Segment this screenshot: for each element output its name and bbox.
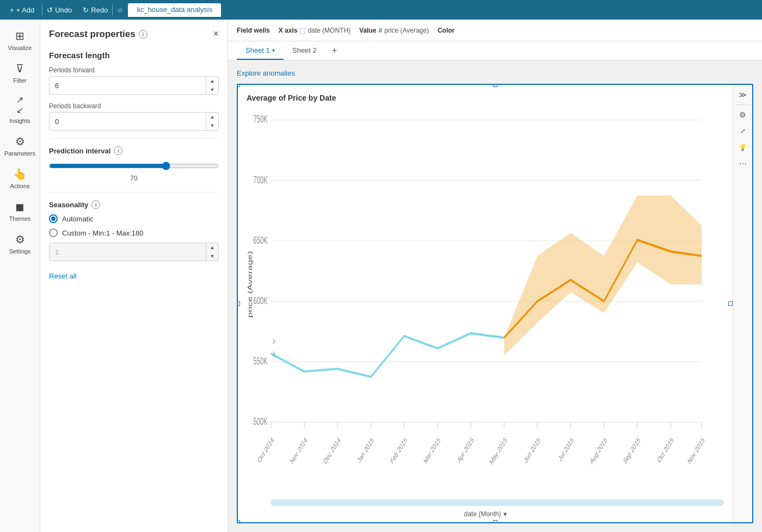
undo-label: Undo xyxy=(55,6,72,14)
x-tick-oct14: Oct 2014 xyxy=(256,435,275,465)
custom-value-wrapper: ▲ ▼ xyxy=(49,243,219,261)
x-axis-field[interactable]: date (MONTH) xyxy=(308,27,351,34)
prediction-interval-slider[interactable] xyxy=(49,162,219,170)
chart-collapse-button[interactable]: ≫ xyxy=(735,87,751,102)
periods-forward-up[interactable]: ▲ xyxy=(206,77,218,85)
y-tick-700k: 700K xyxy=(254,174,268,185)
undo-redo-group: ↺ Undo ↻ Redo xyxy=(47,6,108,14)
chart-more-button[interactable]: ⋯ xyxy=(735,156,751,171)
nav-item-settings[interactable]: ⚙ Settings xyxy=(0,227,40,260)
periods-backward-up[interactable]: ▲ xyxy=(206,113,218,121)
y-tick-600k: 600K xyxy=(254,295,268,306)
tab-title-text: kc_house_data analysis xyxy=(137,5,212,14)
y-tick-550k: 550K xyxy=(254,355,268,366)
insights-icon: ↗↙ xyxy=(16,95,23,115)
custom-radio-option[interactable]: Custom - Min:1 - Max:180 xyxy=(49,228,219,237)
periods-backward-label: Periods backward xyxy=(49,102,219,110)
custom-radio-button[interactable] xyxy=(49,228,58,237)
prediction-info-icon[interactable]: i xyxy=(114,146,122,155)
chart-title: Average of Price by Date xyxy=(247,94,724,102)
plus-icon: + xyxy=(10,6,14,14)
y-tick-750k: 750K xyxy=(254,114,268,125)
x-tick-nov14: Nov 2014 xyxy=(289,435,308,466)
periods-backward-input-wrapper: ▲ ▼ xyxy=(49,112,219,131)
y-tick-650k: 650K xyxy=(254,234,268,245)
seasonality-info-icon[interactable]: i xyxy=(91,200,100,209)
panel-info-icon[interactable]: i xyxy=(139,30,148,39)
nav-item-themes[interactable]: ◼ Themes xyxy=(0,195,40,227)
periods-backward-down[interactable]: ▼ xyxy=(206,121,218,130)
nav-item-parameters[interactable]: ⚙ Parameters xyxy=(0,129,40,162)
divider1 xyxy=(49,138,219,139)
field-wells-bar: Field wells X axis ⬚ date (MONTH) Value … xyxy=(228,20,762,41)
separator-icon2: › xyxy=(273,346,275,360)
chart-toolbar: ≫ ⚙ ⤢ 💡 ⋯ xyxy=(733,85,752,522)
settings-icon: ⚙ xyxy=(15,233,25,246)
add-label: + Add xyxy=(16,6,35,14)
panel-title-text: Forecast properties xyxy=(49,29,136,40)
resize-handle-bc[interactable] xyxy=(493,520,497,523)
undo-button[interactable]: ↺ Undo xyxy=(47,6,72,14)
explore-anomalies-link[interactable]: Explore anomalies xyxy=(237,69,753,79)
topbar-divider2 xyxy=(112,4,113,15)
tab-title[interactable]: kc_house_data analysis xyxy=(128,3,221,17)
left-nav: ⊞ Visualize ⊽ Filter ↗↙ Insights ⚙ Param… xyxy=(0,20,40,532)
x-tick-jan15: Jan 2015 xyxy=(357,435,375,465)
nav-item-filter[interactable]: ⊽ Filter xyxy=(0,57,40,89)
value-label: Value xyxy=(359,27,376,34)
canvas-area: Explore anomalies ≫ ⚙ ⤢ 💡 xyxy=(228,60,762,532)
x-tick-may15: May 2015 xyxy=(489,435,508,467)
x-tick-sep15: Sep 2015 xyxy=(622,435,641,466)
historical-line xyxy=(271,333,504,377)
close-button[interactable]: × xyxy=(213,28,219,40)
parameters-icon: ⚙ xyxy=(15,135,25,148)
prediction-interval-value: 70 xyxy=(49,175,219,182)
resize-handle-bl[interactable] xyxy=(237,520,240,523)
auto-radio-button[interactable] xyxy=(49,214,58,223)
x-axis-type-icon: ⬚ xyxy=(299,27,305,34)
sheet1-tab[interactable]: Sheet 1 ▾ xyxy=(237,42,284,60)
chart-gear-button[interactable]: ⚙ xyxy=(735,107,751,122)
topbar: + + Add ↺ Undo ↻ Redo ☆ kc_house_data an… xyxy=(0,0,762,20)
auto-radio-option[interactable]: Automatic xyxy=(49,214,219,223)
filter-icon: ⊽ xyxy=(16,62,24,75)
reset-all-link[interactable]: Reset all xyxy=(49,272,219,280)
value-field[interactable]: price (Average) xyxy=(384,27,429,34)
color-pill: Color xyxy=(438,27,454,34)
main-layout: ⊞ Visualize ⊽ Filter ↗↙ Insights ⚙ Param… xyxy=(0,20,762,532)
chart-scrollbar[interactable] xyxy=(271,499,724,506)
auto-radio-label: Automatic xyxy=(62,215,94,223)
chart-insight-button[interactable]: 💡 xyxy=(735,140,751,155)
chart-container: ≫ ⚙ ⤢ 💡 ⋯ Average of Price by Date 750K … xyxy=(237,84,753,523)
nav-item-insights[interactable]: ↗↙ Insights xyxy=(0,89,40,129)
x-tick-apr15: Apr 2015 xyxy=(457,435,475,465)
forecast-band xyxy=(504,195,702,355)
field-wells-label: Field wells xyxy=(237,27,270,34)
x-tick-feb15: Feb 2015 xyxy=(389,435,408,466)
x-tick-aug15: Aug 2015 xyxy=(589,435,608,466)
custom-value-spin: ▲ ▼ xyxy=(206,243,218,261)
nav-item-actions[interactable]: 👆 Actions xyxy=(0,162,40,195)
periods-forward-input[interactable] xyxy=(50,78,206,93)
custom-value-up: ▲ xyxy=(206,243,218,252)
custom-value-down: ▼ xyxy=(206,252,218,261)
periods-forward-down[interactable]: ▼ xyxy=(206,85,218,94)
value-pill: Value # price (Average) xyxy=(359,27,429,34)
sheet1-arrow-icon[interactable]: ▾ xyxy=(272,47,275,53)
nav-item-visualize[interactable]: ⊞ Visualize xyxy=(0,24,40,57)
x-axis-dropdown-icon[interactable]: ▾ xyxy=(503,510,507,518)
add-button[interactable]: + + Add xyxy=(7,5,38,15)
panel-title: Forecast properties i xyxy=(49,29,148,40)
sheet2-tab[interactable]: Sheet 2 xyxy=(284,42,325,60)
chart-expand-button[interactable]: ⤢ xyxy=(735,123,751,139)
periods-backward-input[interactable] xyxy=(50,114,206,129)
forecast-panel: Forecast properties i × Forecast length … xyxy=(40,20,228,532)
y-axis-label: price (Average) xyxy=(247,251,253,318)
seasonality-label: Seasonality i xyxy=(49,200,219,209)
redo-button[interactable]: ↻ Redo xyxy=(83,6,108,14)
redo-label: Redo xyxy=(91,6,108,14)
x-tick-nov15: Nov 2015 xyxy=(686,435,705,466)
add-sheet-button[interactable]: + xyxy=(325,41,343,60)
x-axis-label-text: date (Month) xyxy=(464,510,501,518)
color-label: Color xyxy=(438,27,454,34)
